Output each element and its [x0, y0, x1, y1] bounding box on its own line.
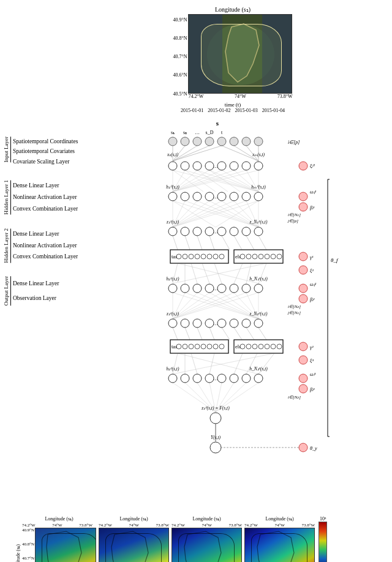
colorbar-gradient: [318, 522, 327, 562]
x6-node: [230, 162, 238, 170]
bottom-map-2-title: Longitude (s₁): [99, 516, 169, 522]
bottom-map-1-body: 40.9°N 40.8°N 40.7°N 40.6°N 40.5°N: [22, 528, 96, 562]
colorbar-top-tick: 10³: [320, 516, 326, 522]
h0-dots: …: [213, 193, 219, 200]
bm1-ytick-3: 40.7°N: [22, 556, 34, 561]
z27-node: [242, 319, 251, 328]
svg-line-89: [209, 353, 214, 374]
bm2-xtick-3: 73.8°W: [156, 523, 169, 528]
elu2-c2: [246, 344, 251, 349]
beta1-node: [299, 203, 307, 211]
bottom-maps-section: Latitude (s₂) Longitude (s₁) 74.2°W 74°W…: [3, 516, 389, 562]
elu-circle-7: [277, 254, 282, 259]
hidden1-bracket: Hidden Layer 1: [3, 180, 11, 214]
z17-node: [242, 227, 251, 236]
svg-rect-4: [189, 15, 222, 94]
svg-line-88: [191, 353, 197, 374]
input-node-3: [193, 137, 202, 146]
bottom-map-4-xticks: 74.2°W 74°W 73.8°W: [244, 523, 315, 528]
svg-line-51: [258, 236, 266, 250]
svg-line-79: [185, 328, 190, 340]
h23-node: [193, 374, 202, 383]
page: Longitude (s₁) 40.9°N 40.8°N 40.7°N 40.6…: [0, 0, 392, 562]
h10-label: h₁⁰(s,t): [166, 184, 179, 190]
x8-node: [254, 162, 263, 170]
xi2-label: ξ²: [310, 268, 314, 274]
svg-line-47: [209, 236, 214, 250]
h07-node: [242, 192, 251, 201]
z2-to-act2-connections: [173, 328, 266, 340]
svg-marker-103: [47, 531, 81, 562]
xi3-label: ξ³: [310, 358, 314, 364]
input-node-2: [181, 137, 189, 146]
bm1-xtick-2: 74°W: [52, 523, 62, 528]
t-label: t: [221, 130, 223, 135]
ytick-4: 40.6°N: [173, 72, 187, 78]
input-node-8: [254, 137, 263, 146]
input-node-7: [242, 137, 251, 146]
h25-node: [217, 374, 226, 383]
x-dots: …: [213, 163, 219, 169]
j-in-p: j∈[p]: [287, 219, 298, 223]
hidden1-item-2: Nonlinear Activation Layer: [13, 192, 78, 202]
svg-line-31: [173, 201, 234, 227]
h02-node: [181, 192, 189, 201]
bm4-xtick-2: 74°W: [274, 523, 284, 528]
svg-line-24: [197, 170, 228, 192]
z18-node: [254, 227, 263, 236]
xi2-node: [299, 266, 307, 274]
bm2-xtick-1: 74.2°W: [99, 523, 112, 528]
colorbar-container: 10³ 0 Y(s,t): [318, 516, 327, 562]
z13-node: [193, 227, 202, 236]
x3-node: [193, 162, 202, 170]
i-in-N2-label: i∈[N₂]: [288, 304, 301, 309]
h03-node: [193, 192, 202, 201]
bottom-y-label: Latitude (s₂): [15, 544, 21, 562]
labels-column: Input Layer Spatiotemporal Coordinates S…: [3, 118, 83, 511]
sD-label: s_D: [206, 130, 214, 135]
output-bracket: Output Layer: [3, 276, 11, 305]
theta-y-label: θ_y: [310, 446, 317, 451]
tanh-circle-1: [176, 254, 181, 259]
svg-line-85: [258, 328, 266, 340]
bottom-map-3-container: Longitude (s₁) 74.2°W 74°W 73.8°W t = 20…: [172, 516, 242, 562]
ttick-1: 2015-01-01: [181, 108, 203, 113]
hidden2-layer-label: Hidden Layer 2: [3, 228, 11, 263]
svg-line-16: [197, 170, 258, 192]
z1-dots: …: [213, 228, 219, 234]
svg-line-90: [234, 353, 243, 374]
svg-line-68: [173, 293, 246, 319]
z25-node: [217, 319, 226, 328]
gamma2-node: [299, 342, 307, 351]
elu-circle-1: [240, 254, 245, 259]
bottom-map-2-image: [99, 528, 169, 562]
ytick-3: 40.7°N: [173, 54, 187, 59]
bottom-map-4-image: [244, 528, 315, 562]
h08-node: [254, 192, 263, 201]
h28-node: [254, 374, 263, 383]
xtick-3: 73.8°W: [277, 94, 293, 99]
sdots-label: …: [195, 130, 200, 135]
tanh2-c5: [201, 344, 206, 349]
bottom-map-2-xticks: 74.2°W 74°W 73.8°W: [99, 523, 169, 528]
elu-circle-6: [271, 254, 276, 259]
map-x-title: Longitude (s₁): [215, 6, 251, 13]
elu2-c3: [252, 344, 257, 349]
output-layer-label: Output Layer: [3, 276, 11, 305]
top-map-image: [188, 14, 292, 94]
map-x-ticks: 74.2°W 74°W 73.8°W: [188, 94, 292, 99]
svg-line-10: [173, 170, 222, 192]
beta2-label: βᵢ²: [309, 297, 315, 302]
xi3-node: [299, 356, 307, 364]
svg-line-30: [173, 201, 222, 227]
svg-line-48: [222, 236, 230, 250]
h16-node: [230, 284, 238, 293]
bottom-map-1-image: [35, 528, 96, 562]
z11-node: [168, 227, 177, 236]
z28-node: [254, 319, 263, 328]
svg-line-57: [234, 263, 243, 283]
top-map-section: Longitude (s₁) 40.9°N 40.8°N 40.7°N 40.6…: [77, 6, 389, 113]
bm3-xtick-2: 74°W: [202, 523, 211, 528]
hidden2-item-3: Convex Combination Layer: [13, 252, 78, 261]
main-section: Input Layer Spatiotemporal Coordinates S…: [3, 118, 389, 511]
